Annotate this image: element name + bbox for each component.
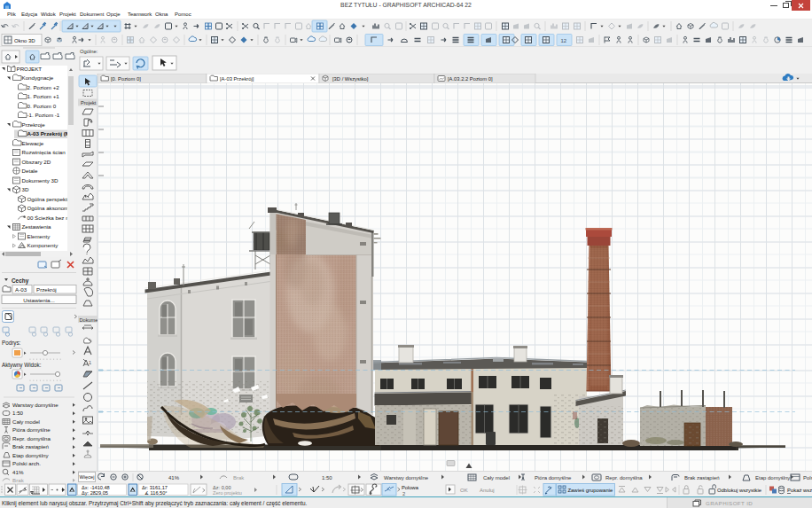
- svg-text:Cały model: Cały model: [12, 418, 40, 425]
- svg-text:Odblokuj wszystkie: Odblokuj wszystkie: [717, 488, 762, 493]
- svg-text:Warstwy domyślne: Warstwy domyślne: [12, 402, 59, 408]
- svg-text:Przekrój: Przekrój: [36, 286, 57, 293]
- svg-text:Dokumenty 3D: Dokumenty 3D: [22, 177, 59, 184]
- svg-text:Aktywny Widok:: Aktywny Widok:: [2, 362, 42, 369]
- svg-text:Warstwy domyślne: Warstwy domyślne: [384, 475, 429, 481]
- svg-text:1:50: 1:50: [322, 475, 332, 481]
- svg-text:2: 2: [402, 491, 405, 496]
- svg-text:Anuluj: Anuluj: [480, 488, 495, 493]
- svg-text:PROJEKT: PROJEKT: [17, 66, 43, 72]
- svg-text:Zero projektu: Zero projektu: [213, 490, 242, 496]
- svg-text:Polski arch.: Polski arch.: [12, 460, 41, 466]
- svg-text:Ustawienia...: Ustawienia...: [23, 297, 55, 303]
- svg-text:Ogólne:: Ogólne:: [80, 49, 98, 54]
- svg-text:∡ 116,50°: ∡ 116,50°: [144, 490, 168, 496]
- svg-text:[3D / Wszystko]: [3D / Wszystko]: [332, 76, 369, 82]
- svg-text:Komponenty: Komponenty: [27, 242, 59, 248]
- svg-text:Δr: 3161,17: Δr: 3161,17: [142, 485, 168, 490]
- svg-text:[A.03.2.2 Poziom 0]: [A.03.2.2 Poziom 0]: [448, 76, 493, 82]
- svg-text:Etap domyślny: Etap domyślny: [755, 475, 790, 481]
- svg-text:-1. Poziom -1: -1. Poziom -1: [27, 112, 60, 118]
- svg-text:41%: 41%: [12, 469, 24, 475]
- svg-text:Rozwinięcia ścian: Rozwinięcia ścian: [22, 149, 66, 155]
- svg-text:Projekt: Projekt: [81, 100, 97, 106]
- svg-text:Brak zastąpień: Brak zastąpień: [12, 443, 49, 449]
- svg-text:Przekroje: Przekroje: [22, 121, 46, 128]
- svg-text:Kondygnacje: Kondygnacje: [22, 74, 54, 81]
- svg-text:Pokaż wsz: Pokaż wsz: [787, 488, 812, 493]
- svg-text:Połowa: Połowa: [402, 485, 419, 490]
- svg-text:Obszary 2D: Obszary 2D: [22, 159, 51, 165]
- svg-text:1:50: 1:50: [12, 410, 24, 416]
- svg-text:Elewacje: Elewacje: [22, 140, 44, 146]
- svg-text:Brak: Brak: [233, 475, 245, 481]
- svg-text:Pióra domyślne: Pióra domyślne: [12, 426, 51, 433]
- svg-text:1: 1: [89, 360, 91, 365]
- svg-text:Okno 3D: Okno 3D: [14, 38, 35, 43]
- svg-text:Zestawienia: Zestawienia: [22, 223, 52, 230]
- svg-text:Detale: Detale: [22, 168, 38, 174]
- svg-text:Pióra domyślne: Pióra domyślne: [535, 475, 572, 481]
- svg-text:[0. Poziom 0]: [0. Poziom 0]: [111, 76, 141, 82]
- svg-text:Δz: 0,00: Δz: 0,00: [213, 485, 231, 490]
- svg-text:Dokume: Dokume: [80, 317, 98, 323]
- svg-text:Δx: -1410,48: Δx: -1410,48: [82, 485, 110, 490]
- svg-text:0. Poziom 0: 0. Poziom 0: [27, 103, 57, 109]
- svg-text:2. Poziom +2: 2. Poziom +2: [27, 84, 60, 90]
- svg-text:Repr. domyślna: Repr. domyślna: [605, 475, 643, 481]
- svg-text:3D: 3D: [22, 186, 29, 192]
- svg-text:Elementy: Elementy: [27, 233, 51, 239]
- svg-text:OK: OK: [460, 488, 468, 493]
- svg-text:41%: 41%: [168, 475, 180, 481]
- svg-text:Cały model: Cały model: [483, 475, 510, 481]
- svg-text:Cechy: Cechy: [12, 277, 29, 285]
- svg-text:Polski arch.: Polski arch.: [803, 475, 812, 481]
- svg-text:[A-03 Przekrój]: [A-03 Przekrój]: [220, 76, 254, 82]
- svg-text:Brak zastąpień: Brak zastąpień: [684, 475, 720, 481]
- svg-text:12: 12: [561, 38, 567, 43]
- svg-text:A-03: A-03: [15, 286, 27, 293]
- svg-text:Zawieś grupowanie: Zawieś grupowanie: [568, 488, 613, 493]
- svg-text:Etap domyślny: Etap domyślny: [12, 452, 49, 458]
- svg-text:Δy: 2829,05: Δy: 2829,05: [82, 490, 108, 496]
- svg-text:Podrys:: Podrys:: [2, 340, 21, 347]
- svg-text:1. Poziom +1: 1. Poziom +1: [27, 93, 60, 99]
- svg-text:Repr. domyślna: Repr. domyślna: [12, 435, 51, 442]
